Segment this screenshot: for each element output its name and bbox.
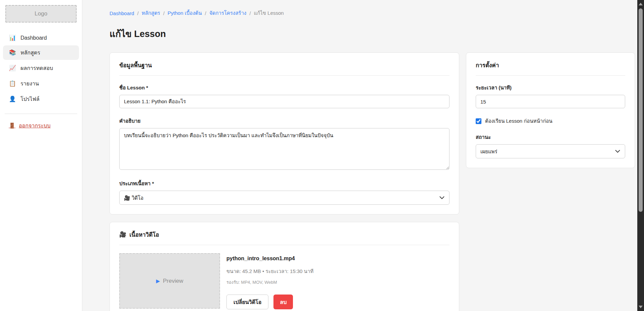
scrollbar-thumb[interactable] <box>639 8 643 212</box>
video-meta: ขนาด: 45.2 MB • ระยะเวลา: 15:30 นาที <box>226 267 313 275</box>
breadcrumb-link-course[interactable]: Python เบื้องต้น <box>168 9 202 17</box>
scroll-up-arrow-icon[interactable] <box>639 3 643 5</box>
main-content: Dashboard / หลักสูตร / Python เบื้องต้น … <box>82 0 644 311</box>
logo-label: Logo <box>35 10 47 17</box>
settings-title: การตั้งค่า <box>476 61 625 70</box>
video-formats: รองรับ: MP4, MOV, WebM <box>226 279 313 286</box>
content-type-label: ประเภทเนื้อหา * <box>119 180 449 188</box>
description-group: คำอธิบาย บทเรียนนี้จะอธิบายว่า Python คื… <box>119 117 449 171</box>
sidebar-item-label: ผลการทดสอบ <box>20 64 53 72</box>
content-type-select[interactable]: 🎥 วิดีโอ <box>119 191 449 205</box>
app-root: Logo 📊 Dashboard 📚 หลักสูตร 📈 ผลการทดสอบ… <box>0 0 644 311</box>
content-type-group: ประเภทเนื้อหา * 🎥 วิดีโอ <box>119 180 449 205</box>
play-icon: ▶ <box>156 278 160 284</box>
delete-video-button[interactable]: ลบ <box>273 295 293 309</box>
sidebar-item-label: รายงาน <box>20 79 39 88</box>
status-label: สถานะ <box>476 133 625 141</box>
description-textarea[interactable]: บทเรียนนี้จะอธิบายว่า Python คืออะไร ประ… <box>119 128 449 170</box>
logo: Logo <box>5 5 77 23</box>
logout-label: ออกจากระบบ <box>19 121 50 130</box>
basic-info-title: ข้อมูลพื้นฐาน <box>119 61 449 70</box>
sidebar: Logo 📊 Dashboard 📚 หลักสูตร 📈 ผลการทดสอบ… <box>0 0 82 311</box>
description-label: คำอธิบาย <box>119 117 449 125</box>
content-type-select-wrap: 🎥 วิดีโอ <box>119 191 449 205</box>
prerequisite-row: ต้องเรียน Lesson ก่อนหน้าก่อน <box>476 117 625 125</box>
chart-increasing-icon: 📈 <box>9 65 16 72</box>
sidebar-divider <box>5 114 77 114</box>
status-group: สถานะ เผยแพร่ <box>476 133 625 158</box>
breadcrumb-link-courses[interactable]: หลักสูตร <box>142 9 160 17</box>
card-divider <box>119 75 449 76</box>
settings-card: การตั้งค่า ระยะเวลา (นาที) ต้องเรียน Les… <box>466 52 635 168</box>
video-filename: python_intro_lesson1.mp4 <box>226 256 313 262</box>
left-column: ข้อมูลพื้นฐาน ชื่อ Lesson * คำอธิบาย บทเ… <box>110 52 459 311</box>
video-content-title: 🎥 เนื้อหาวิดีโอ <box>119 230 449 239</box>
prerequisite-checkbox[interactable] <box>476 118 481 124</box>
sidebar-item-label: Dashboard <box>20 35 47 41</box>
page-title: แก้ไข Lesson <box>110 27 635 41</box>
sidebar-item-label: หลักสูตร <box>20 48 40 57</box>
sidebar-item-reports[interactable]: 📋 รายงาน <box>3 76 79 91</box>
prerequisite-label: ต้องเรียน Lesson ก่อนหน้าก่อน <box>485 117 552 125</box>
logout-link[interactable]: 🚪 ออกจากระบบ <box>9 121 50 130</box>
bar-chart-icon: 📊 <box>9 34 16 41</box>
scrollbar-track[interactable] <box>637 0 644 311</box>
lesson-name-input[interactable] <box>119 95 449 108</box>
right-column: การตั้งค่า ระยะเวลา (นาที) ต้องเรียน Les… <box>466 52 635 168</box>
card-divider <box>119 245 449 245</box>
video-actions: เปลี่ยนวิดีโอ ลบ <box>226 295 313 309</box>
video-preview[interactable]: ▶ Preview <box>119 253 220 309</box>
clipboard-icon: 📋 <box>9 80 16 87</box>
video-camera-icon: 🎥 <box>119 231 126 238</box>
door-icon: 🚪 <box>9 122 15 129</box>
duration-input[interactable] <box>476 95 625 108</box>
sidebar-item-profile[interactable]: 👤 โปรไฟล์ <box>3 92 79 106</box>
person-icon: 👤 <box>9 95 16 103</box>
sidebar-item-dashboard[interactable]: 📊 Dashboard <box>3 31 79 44</box>
status-select-wrap: เผยแพร่ <box>476 144 625 158</box>
books-icon: 📚 <box>9 49 16 56</box>
breadcrumb-separator: / <box>205 10 206 16</box>
duration-group: ระยะเวลา (นาที) <box>476 84 625 108</box>
card-divider <box>476 75 625 76</box>
change-video-button[interactable]: เปลี่ยนวิดีโอ <box>226 295 268 309</box>
scroll-down-arrow-icon[interactable] <box>639 306 643 308</box>
breadcrumb-separator: / <box>249 10 251 16</box>
sidebar-item-test-results[interactable]: 📈 ผลการทดสอบ <box>3 61 79 75</box>
duration-label: ระยะเวลา (นาที) <box>476 84 625 92</box>
status-select[interactable]: เผยแพร่ <box>476 144 625 158</box>
video-row: ▶ Preview python_intro_lesson1.mp4 ขนาด:… <box>119 253 449 309</box>
video-content-card: 🎥 เนื้อหาวิดีโอ ▶ Preview python_intro_l… <box>110 222 459 311</box>
basic-info-card: ข้อมูลพื้นฐาน ชื่อ Lesson * คำอธิบาย บทเ… <box>110 52 459 215</box>
breadcrumb-separator: / <box>137 10 138 16</box>
breadcrumb-link-structure[interactable]: จัดการโครงสร้าง <box>209 9 247 17</box>
video-preview-label: Preview <box>163 278 183 284</box>
breadcrumb: Dashboard / หลักสูตร / Python เบื้องต้น … <box>110 9 635 17</box>
lesson-name-label: ชื่อ Lesson * <box>119 84 449 92</box>
breadcrumb-current: แก้ไข Lesson <box>254 9 284 17</box>
content-grid: ข้อมูลพื้นฐาน ชื่อ Lesson * คำอธิบาย บทเ… <box>110 52 635 311</box>
sidebar-nav: 📊 Dashboard 📚 หลักสูตร 📈 ผลการทดสอบ 📋 รา… <box>0 31 82 106</box>
breadcrumb-link-dashboard[interactable]: Dashboard <box>110 10 134 16</box>
sidebar-item-courses[interactable]: 📚 หลักสูตร <box>3 45 79 60</box>
sidebar-item-label: โปรไฟล์ <box>20 95 40 103</box>
video-info: python_intro_lesson1.mp4 ขนาด: 45.2 MB •… <box>226 253 313 309</box>
breadcrumb-separator: / <box>163 10 165 16</box>
video-content-title-label: เนื้อหาวิดีโอ <box>129 230 159 239</box>
lesson-name-group: ชื่อ Lesson * <box>119 84 449 108</box>
